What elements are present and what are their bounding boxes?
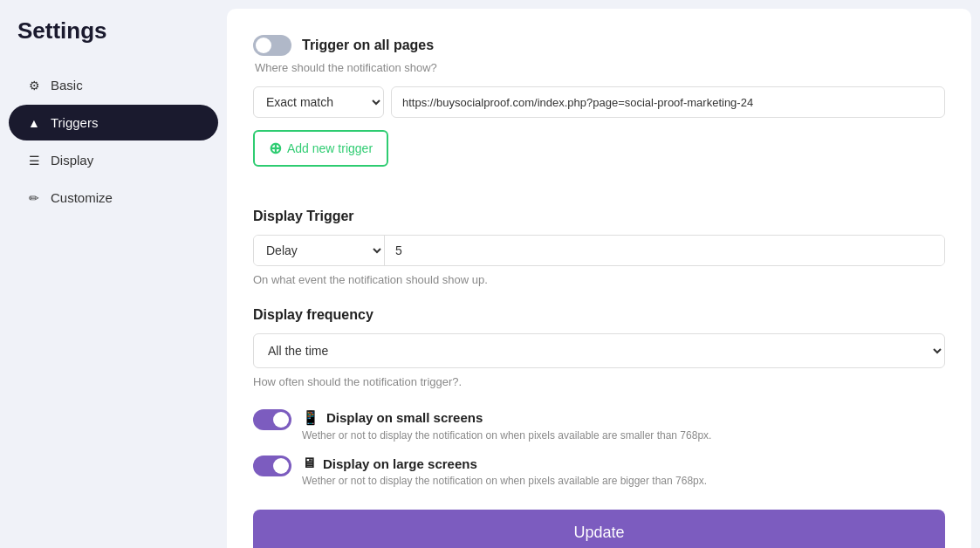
toggle-knob-all-pages [256, 38, 271, 53]
desktop-icon: 🖥 [302, 456, 316, 471]
sidebar: Settings ⚙ Basic ▲ Triggers ☰ Display ✏ … [0, 0, 227, 548]
sidebar-item-label: Customize [51, 190, 113, 205]
toggle-track-small[interactable] [253, 409, 291, 430]
small-screens-label-group: 📱 Display on small screens Wether or not… [302, 409, 711, 442]
display-trigger-section: Display Trigger Delay Scroll Exit Intent… [253, 209, 945, 286]
delay-type-select[interactable]: Delay Scroll Exit Intent [254, 236, 385, 265]
display-trigger-title: Display Trigger [253, 209, 945, 224]
toggle-knob-small [273, 412, 289, 428]
url-input[interactable] [391, 86, 945, 118]
small-screens-row: 📱 Display on small screens Wether or not… [253, 409, 945, 442]
triggers-icon: ▲ [26, 116, 42, 130]
page-title: Settings [0, 17, 227, 65]
sidebar-item-triggers[interactable]: ▲ Triggers [9, 105, 218, 140]
trigger-all-pages-label: Trigger on all pages [302, 38, 434, 53]
sidebar-item-label: Basic [51, 78, 83, 92]
frequency-select[interactable]: All the time Once per session Once per d… [253, 333, 945, 368]
gear-icon: ⚙ [26, 79, 42, 92]
update-button[interactable]: Update [253, 510, 945, 548]
sidebar-item-display[interactable]: ☰ Display [9, 142, 218, 178]
add-trigger-button[interactable]: ⊕ Add new trigger [253, 130, 388, 167]
display-frequency-section: Display frequency All the time Once per … [253, 307, 945, 388]
display-frequency-title: Display frequency [253, 307, 945, 323]
trigger-all-pages-section: Trigger on all pages Where should the no… [253, 35, 945, 188]
sidebar-item-label: Display [51, 153, 93, 168]
display-trigger-hint: On what event the notification should sh… [253, 273, 945, 286]
customize-icon: ✏ [26, 191, 42, 205]
add-trigger-label: Add new trigger [287, 141, 373, 155]
url-row: Exact match Contains Starts with Ends wi… [253, 86, 945, 118]
small-screens-toggle[interactable] [253, 409, 291, 430]
large-screens-label-group: 🖥 Display on large screens Wether or not… [302, 456, 707, 487]
trigger-all-pages-sub: Where should the notification show? [255, 61, 945, 74]
match-type-select[interactable]: Exact match Contains Starts with Ends wi… [253, 86, 384, 118]
main-content: Trigger on all pages Where should the no… [227, 9, 971, 548]
trigger-all-pages-row: Trigger on all pages [253, 35, 945, 56]
sidebar-item-customize[interactable]: ✏ Customize [9, 180, 218, 216]
toggle-track-large[interactable] [253, 456, 291, 476]
large-screens-label: 🖥 Display on large screens [302, 456, 707, 471]
small-screens-hint: Wether or not to display the notificatio… [302, 429, 711, 442]
sidebar-item-label: Triggers [51, 115, 98, 130]
display-icon: ☰ [26, 154, 42, 168]
trigger-all-pages-toggle[interactable] [253, 35, 291, 56]
mobile-icon: 📱 [302, 409, 319, 426]
toggle-track-all-pages[interactable] [253, 35, 291, 56]
large-screens-row: 🖥 Display on large screens Wether or not… [253, 456, 945, 487]
display-frequency-hint: How often should the notification trigge… [253, 375, 945, 388]
large-screens-hint: Wether or not to display the notificatio… [302, 475, 707, 487]
large-screens-toggle[interactable] [253, 456, 291, 476]
plus-icon: ⊕ [269, 139, 282, 158]
sidebar-item-basic[interactable]: ⚙ Basic [9, 67, 218, 103]
toggle-knob-large [273, 458, 289, 474]
small-screens-label: 📱 Display on small screens [302, 409, 711, 426]
delay-value-input[interactable] [385, 236, 944, 265]
delay-row: Delay Scroll Exit Intent [253, 235, 945, 266]
